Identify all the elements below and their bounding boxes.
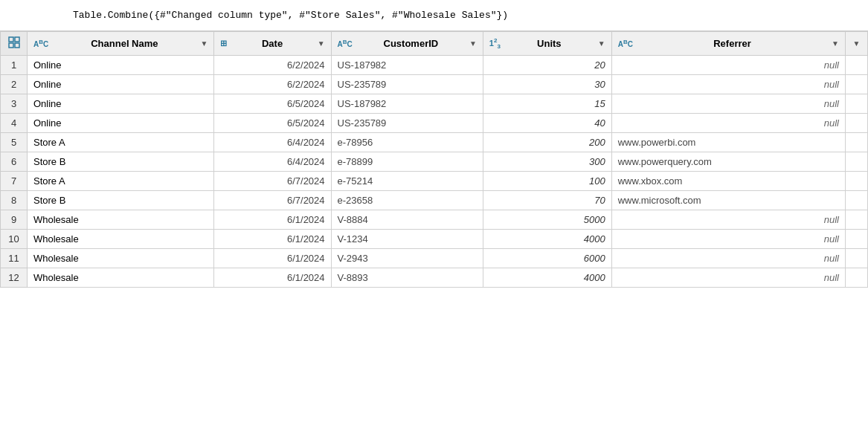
cell-customer-id: US-187982 [331, 94, 483, 114]
row-num-header [1, 32, 28, 56]
row-number: 6 [1, 152, 28, 172]
table-body: 1Online6/2/2024US-18798220null2Online6/2… [1, 56, 868, 288]
cell-extra [846, 94, 868, 114]
cell-customer-id: V-2943 [331, 249, 483, 268]
referrer-dropdown[interactable]: ▼ [832, 39, 839, 48]
cell-channel: Store B [28, 152, 214, 172]
cell-extra [846, 191, 868, 210]
units-dropdown[interactable]: ▼ [598, 39, 605, 48]
extra-dropdown[interactable]: ▼ [853, 39, 861, 48]
cell-date: 6/1/2024 [214, 249, 331, 268]
customerid-type-icon: ABC [338, 39, 353, 48]
cell-referrer: null [611, 56, 845, 75]
referrer-label: Referrer [636, 38, 829, 49]
cell-extra [846, 56, 868, 75]
cell-customer-id: US-235789 [331, 114, 483, 133]
cell-referrer: www.powerbi.com [611, 133, 845, 152]
cell-customer-id: e-78899 [331, 152, 483, 172]
row-number: 5 [1, 133, 28, 152]
cell-channel: Wholesale [28, 210, 214, 230]
cell-customer-id: V-1234 [331, 230, 483, 249]
cell-referrer: null [611, 268, 845, 288]
formula-input[interactable] [65, 10, 864, 21]
cell-units: 300 [483, 152, 611, 172]
row-number: 3 [1, 94, 28, 114]
svg-rect-0 [9, 37, 13, 42]
date-dropdown[interactable]: ▼ [318, 39, 325, 48]
cell-date: 6/1/2024 [214, 230, 331, 249]
units-label: Units [504, 38, 595, 49]
svg-rect-2 [9, 43, 13, 48]
referrer-type-icon: ABC [618, 39, 633, 48]
table-row: 11Wholesale6/1/2024V-29436000null [1, 249, 868, 268]
cell-extra [846, 152, 868, 172]
table-row: 5Store A6/4/2024e-78956200www.powerbi.co… [1, 133, 868, 152]
cell-referrer: www.microsoft.com [611, 191, 845, 210]
cell-date: 6/1/2024 [214, 210, 331, 230]
extra-col-header: ▼ [846, 32, 868, 56]
data-table: ABC Channel Name ▼ ⊞ Date ▼ ABC Cust [0, 31, 868, 288]
cell-date: 6/4/2024 [214, 133, 331, 152]
cell-channel: Online [28, 75, 214, 94]
col-header-referrer: ABC Referrer ▼ [611, 32, 845, 56]
table-row: 7Store A6/7/2024e-75214100www.xbox.com [1, 172, 868, 191]
cell-channel: Store A [28, 172, 214, 191]
cell-referrer: null [611, 94, 845, 114]
cell-referrer: null [611, 210, 845, 230]
row-number: 8 [1, 191, 28, 210]
cell-extra [846, 75, 868, 94]
grid-icon [8, 36, 20, 48]
table-row: 8Store B6/7/2024e-2365870www.microsoft.c… [1, 191, 868, 210]
cell-extra [846, 249, 868, 268]
table-row: 10Wholesale6/1/2024V-12344000null [1, 230, 868, 249]
cell-customer-id: US-187982 [331, 56, 483, 75]
cell-extra [846, 172, 868, 191]
cell-date: 6/7/2024 [214, 172, 331, 191]
cell-date: 6/5/2024 [214, 94, 331, 114]
row-number: 4 [1, 114, 28, 133]
svg-rect-1 [15, 37, 19, 42]
table-row: 12Wholesale6/1/2024V-88934000null [1, 268, 868, 288]
cell-units: 30 [483, 75, 611, 94]
cell-date: 6/4/2024 [214, 152, 331, 172]
channel-name-label: Channel Name [51, 38, 197, 49]
cell-units: 6000 [483, 249, 611, 268]
cell-customer-id: e-23658 [331, 191, 483, 210]
row-number: 7 [1, 172, 28, 191]
channel-name-dropdown[interactable]: ▼ [201, 39, 208, 48]
cell-referrer: null [611, 249, 845, 268]
cell-units: 40 [483, 114, 611, 133]
cell-extra [846, 230, 868, 249]
cell-channel: Wholesale [28, 230, 214, 249]
cell-channel: Online [28, 114, 214, 133]
col-header-customer-id: ABC CustomerID ▼ [331, 32, 483, 56]
cell-extra [846, 133, 868, 152]
table-row: 1Online6/2/2024US-18798220null [1, 56, 868, 75]
cell-date: 6/5/2024 [214, 114, 331, 133]
row-number: 1 [1, 56, 28, 75]
cell-units: 200 [483, 133, 611, 152]
cell-date: 6/2/2024 [214, 75, 331, 94]
cell-units: 100 [483, 172, 611, 191]
cell-referrer: null [611, 75, 845, 94]
cell-customer-id: V-8893 [331, 268, 483, 288]
cell-channel: Store A [28, 133, 214, 152]
formula-bar [0, 0, 868, 31]
cell-channel: Wholesale [28, 249, 214, 268]
cell-customer-id: V-8884 [331, 210, 483, 230]
cell-customer-id: e-75214 [331, 172, 483, 191]
table-row: 3Online6/5/2024US-18798215null [1, 94, 868, 114]
cell-extra [846, 268, 868, 288]
units-type-icon: 123 [489, 37, 501, 50]
row-number: 2 [1, 75, 28, 94]
table-container: ABC Channel Name ▼ ⊞ Date ▼ ABC Cust [0, 31, 868, 440]
date-type-icon: ⊞ [220, 39, 227, 48]
cell-units: 4000 [483, 230, 611, 249]
row-number: 9 [1, 210, 28, 230]
cell-channel: Online [28, 94, 214, 114]
cell-referrer: null [611, 114, 845, 133]
table-row: 4Online6/5/2024US-23578940null [1, 114, 868, 133]
cell-channel: Online [28, 56, 214, 75]
customerid-dropdown[interactable]: ▼ [469, 39, 477, 48]
table-row: 9Wholesale6/1/2024V-88845000null [1, 210, 868, 230]
